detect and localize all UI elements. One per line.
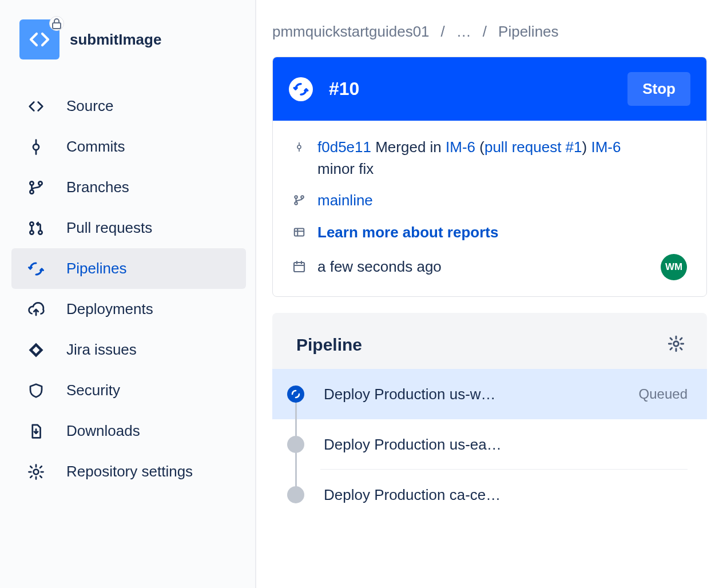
sidebar-item-pipelines[interactable]: Pipelines <box>11 248 246 289</box>
pipeline-steps-header: Pipeline <box>272 328 707 369</box>
running-status-icon <box>289 77 313 101</box>
breadcrumb-ellipsis[interactable]: … <box>456 23 471 41</box>
sidebar-item-label: Jira issues <box>66 341 137 359</box>
pipeline-run-card: #10 Stop f0d5e11 Merged in IM-6 (pull re… <box>272 57 707 297</box>
sidebar-item-label: Repository settings <box>66 463 193 480</box>
svg-rect-13 <box>295 229 304 236</box>
branch-icon <box>292 192 306 208</box>
stop-button[interactable]: Stop <box>627 72 690 106</box>
svg-rect-14 <box>294 263 304 272</box>
step-name: Deploy Production us-w… <box>324 386 619 403</box>
pipeline-steps-card: Pipeline Deploy Production us-w… Queued … <box>272 313 707 520</box>
svg-point-2 <box>30 181 33 185</box>
svg-point-1 <box>33 144 39 150</box>
svg-point-11 <box>295 202 297 205</box>
issue-link[interactable]: IM-6 <box>446 138 475 156</box>
svg-point-9 <box>297 145 301 149</box>
pull-request-link[interactable]: pull request #1 <box>484 138 582 156</box>
main-content: pmmquickstartguides01 / … / Pipelines #1… <box>256 0 723 588</box>
sidebar-item-security[interactable]: Security <box>11 370 246 411</box>
code-icon <box>27 98 45 115</box>
paren-open: ( <box>475 138 484 156</box>
step-name: Deploy Production ca-ce… <box>324 486 668 504</box>
sidebar-nav: Source Commits Branches Pull requests Pi… <box>11 86 246 492</box>
breadcrumb-sep: / <box>483 23 487 41</box>
breadcrumb-page[interactable]: Pipelines <box>498 23 559 41</box>
repo-name[interactable]: submitImage <box>70 31 161 49</box>
sidebar-item-jira[interactable]: Jira issues <box>11 329 246 370</box>
reports-link[interactable]: Learn more about reports <box>317 222 498 244</box>
pipeline-icon <box>27 260 45 277</box>
step-name: Deploy Production us-ea… <box>324 436 668 454</box>
lock-badge <box>49 16 64 31</box>
download-icon <box>27 423 45 440</box>
repo-icon <box>19 19 59 59</box>
sidebar-item-downloads[interactable]: Downloads <box>11 411 246 451</box>
svg-point-4 <box>38 181 42 185</box>
gear-icon <box>27 463 45 480</box>
svg-point-12 <box>301 196 304 199</box>
sidebar-item-label: Pipelines <box>66 260 127 277</box>
repo-header: submitImage <box>11 14 246 76</box>
sidebar-item-label: Deployments <box>66 300 153 318</box>
sidebar-item-deployments[interactable]: Deployments <box>11 289 246 329</box>
sidebar: submitImage Source Commits Branches Pull… <box>0 0 256 588</box>
sidebar-item-label: Source <box>66 97 113 115</box>
pipeline-step-list: Deploy Production us-w… Queued Deploy Pr… <box>272 369 707 520</box>
sidebar-item-label: Pull requests <box>66 219 152 237</box>
sidebar-item-branches[interactable]: Branches <box>11 167 246 208</box>
pipeline-step[interactable]: Deploy Production ca-ce… <box>272 470 707 520</box>
report-icon <box>292 224 306 240</box>
run-number: #10 <box>329 78 611 100</box>
commit-message: minor fix <box>317 160 374 177</box>
sidebar-item-label: Branches <box>66 178 129 196</box>
shield-icon <box>27 382 45 399</box>
sidebar-item-pull-requests[interactable]: Pull requests <box>11 208 246 248</box>
sidebar-item-label: Downloads <box>66 422 140 440</box>
run-time: a few seconds ago <box>317 256 442 278</box>
avatar[interactable]: WM <box>661 254 687 280</box>
sidebar-item-source[interactable]: Source <box>11 86 246 126</box>
commit-icon <box>27 138 45 156</box>
sidebar-item-commits[interactable]: Commits <box>11 126 246 167</box>
pipeline-step[interactable]: Deploy Production us-w… Queued <box>272 369 707 419</box>
pipeline-title: Pipeline <box>296 335 362 355</box>
svg-point-10 <box>295 196 297 199</box>
run-header: #10 Stop <box>273 57 706 121</box>
lock-icon <box>50 12 63 35</box>
branch-link[interactable]: mainline <box>317 190 373 212</box>
svg-point-8 <box>34 469 39 474</box>
sidebar-item-label: Security <box>66 382 120 399</box>
branch-row: mainline <box>292 190 687 212</box>
sidebar-item-settings[interactable]: Repository settings <box>11 451 246 492</box>
reports-row: Learn more about reports <box>292 222 687 244</box>
commit-hash-link[interactable]: f0d5e11 <box>317 138 371 156</box>
commit-merged-text: Merged in <box>371 138 446 156</box>
pipeline-step[interactable]: Deploy Production us-ea… <box>272 419 707 470</box>
commit-icon <box>292 139 306 155</box>
svg-point-15 <box>674 341 679 346</box>
run-body: f0d5e11 Merged in IM-6 (pull request #1)… <box>273 121 706 296</box>
step-state: Queued <box>639 386 688 402</box>
issue-link[interactable]: IM-6 <box>591 138 621 156</box>
sidebar-item-label: Commits <box>66 138 125 156</box>
breadcrumb: pmmquickstartguides01 / … / Pipelines <box>272 23 707 41</box>
calendar-icon <box>292 259 306 275</box>
breadcrumb-project[interactable]: pmmquickstartguides01 <box>272 23 430 41</box>
cloud-upload-icon <box>27 301 45 318</box>
pull-request-icon <box>27 220 45 237</box>
jira-icon <box>27 341 45 359</box>
breadcrumb-sep: / <box>441 23 445 41</box>
step-status-pending-icon <box>287 436 304 453</box>
pipeline-settings-button[interactable] <box>667 335 685 355</box>
time-avatar-row: a few seconds ago WM <box>292 254 687 280</box>
commit-text: f0d5e11 Merged in IM-6 (pull request #1)… <box>317 137 621 180</box>
svg-point-3 <box>30 190 33 193</box>
gear-icon <box>667 335 685 353</box>
svg-rect-0 <box>53 23 61 29</box>
code-icon <box>28 28 51 51</box>
commit-row: f0d5e11 Merged in IM-6 (pull request #1)… <box>292 137 687 180</box>
branch-icon <box>27 179 45 196</box>
paren-close: ) <box>582 138 591 156</box>
step-status-pending-icon <box>287 486 304 503</box>
